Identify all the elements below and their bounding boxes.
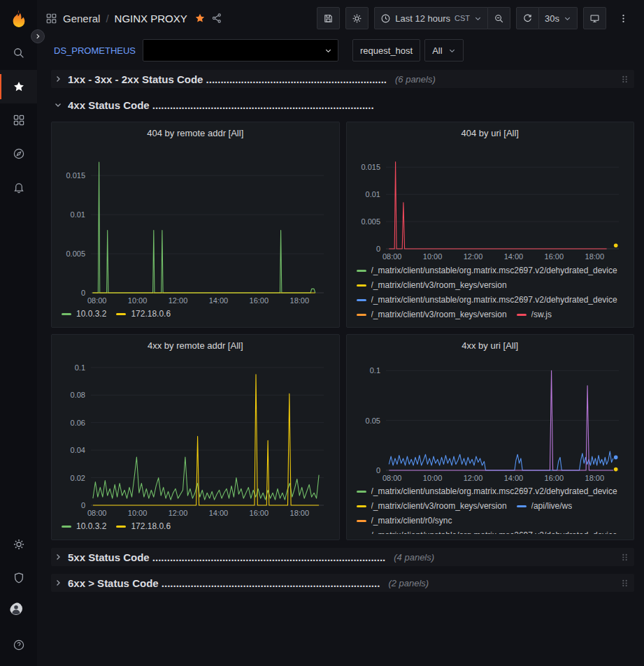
legend-item[interactable]: /_matrix/client/unstable/org.matrix.msc2… — [357, 263, 617, 278]
legend-item[interactable]: 10.0.3.2 — [62, 307, 106, 321]
refresh-interval-picker[interactable]: 30s — [539, 7, 578, 29]
row-chevron — [54, 101, 62, 109]
panel-title[interactable]: 4xx by remote addr [All] — [59, 339, 332, 354]
svg-text:0.1: 0.1 — [75, 363, 85, 372]
svg-text:10:00: 10:00 — [422, 252, 442, 261]
row-drag-handle-icon[interactable] — [621, 75, 629, 84]
panel-title[interactable]: 4xx by uri [All] — [354, 339, 627, 354]
sidebar-item-server-admin[interactable] — [0, 561, 37, 595]
row-header-4xx[interactable]: 4xx Status Code ........................… — [51, 96, 634, 114]
legend-item[interactable]: /_matrix/client/unstable/org.matrix.msc2… — [357, 484, 617, 499]
legend-item[interactable]: /api/live/ws — [517, 499, 573, 514]
main-area: General / NGINX PROXY — [37, 0, 644, 666]
chart-area[interactable]: 00.050.108:0010:0012:0014:0016:0018:00 — [354, 354, 627, 483]
legend-item[interactable]: 10.0.3.2 — [62, 519, 106, 534]
breadcrumb-title[interactable]: NGINX PROXY — [115, 13, 187, 24]
legend-item[interactable]: /_matrix/client/r0/sync — [357, 514, 452, 528]
svg-text:0: 0 — [375, 466, 380, 475]
legend-item[interactable]: /_matrix/client/v3/room_keys/version — [357, 278, 507, 293]
sidebar-item-dashboards[interactable] — [0, 103, 37, 137]
favorite-star-icon[interactable] — [194, 13, 206, 24]
sidebar-item-explore[interactable] — [0, 137, 37, 171]
legend-swatch — [116, 313, 126, 315]
sidebar-item-search[interactable] — [0, 36, 37, 70]
more-options-button[interactable] — [612, 7, 634, 29]
sidebar-item-alerting[interactable] — [0, 171, 37, 204]
svg-text:14:00: 14:00 — [503, 474, 523, 482]
sidebar-expand-button[interactable] — [31, 29, 45, 43]
svg-text:18:00: 18:00 — [585, 474, 604, 482]
panel-legend: 10.0.3.2172.18.0.6 — [59, 518, 332, 534]
svg-text:0.1: 0.1 — [369, 366, 380, 375]
refresh-icon — [522, 13, 533, 24]
legend-label: /api/live/ws — [531, 499, 573, 514]
chevron-down-icon — [564, 15, 571, 22]
chevron-down-icon — [474, 15, 482, 22]
time-zone-label: CST — [455, 14, 470, 22]
sidebar-item-help[interactable] — [0, 628, 37, 662]
svg-text:0: 0 — [375, 245, 380, 253]
svg-text:08:00: 08:00 — [382, 252, 401, 261]
legend-label: /_matrix/client/r0/sync — [371, 514, 452, 528]
svg-text:16:00: 16:00 — [544, 252, 564, 261]
legend-swatch — [357, 299, 366, 301]
legend-item[interactable]: /sw.js — [517, 307, 552, 321]
legend-item[interactable]: /_matrix/client/unstable/org.matrix.msc2… — [357, 293, 617, 307]
legend-label: /_matrix/client/unstable/org.matrix.msc2… — [371, 293, 617, 307]
chart-svg: 00.020.040.060.080.108:0010:0012:0014:00… — [59, 354, 332, 518]
legend-item[interactable]: 172.18.0.6 — [116, 519, 171, 534]
legend-label: /_matrix/client/v3/room_keys/version — [371, 307, 507, 321]
legend-item[interactable]: /_matrix/client/v3/room_keys/version — [357, 499, 507, 514]
bell-icon — [13, 181, 25, 194]
submenu: DS_PROMETHEUS request_host All — [37, 36, 644, 64]
sidebar — [0, 0, 37, 666]
panel-4xx-by-uri: 4xx by uri [All]00.050.108:0010:0012:001… — [346, 334, 635, 540]
legend-label: /_matrix/client/unstable/org.matrix.msc2… — [371, 528, 617, 534]
chart-area[interactable]: 00.0050.010.01508:0010:0012:0014:0016:00… — [59, 141, 332, 305]
dashboard-settings-button[interactable] — [345, 7, 368, 29]
chart-area[interactable]: 00.020.040.060.080.108:0010:0012:0014:00… — [59, 354, 332, 518]
chart-area[interactable]: 00.0050.010.01508:0010:0012:0014:0016:00… — [354, 141, 627, 262]
svg-text:12:00: 12:00 — [169, 509, 188, 517]
avatar — [10, 602, 28, 621]
breadcrumb-section[interactable]: General — [63, 13, 100, 24]
panel-title[interactable]: 404 by uri [All] — [354, 126, 627, 141]
chevron-down-icon — [448, 47, 456, 55]
svg-text:14:00: 14:00 — [503, 252, 523, 261]
panel-title[interactable]: 404 by remote addr [All] — [59, 126, 332, 141]
share-icon[interactable] — [211, 13, 222, 24]
request-host-select[interactable]: All — [424, 39, 463, 61]
clock-icon — [380, 13, 391, 24]
svg-text:0.005: 0.005 — [66, 249, 85, 258]
time-range-picker[interactable]: Last 12 hours CST — [374, 7, 488, 29]
legend-item[interactable]: /_matrix/client/v3/room_keys/version — [357, 307, 507, 321]
svg-text:0: 0 — [81, 289, 85, 297]
save-dashboard-button[interactable] — [317, 7, 340, 29]
svg-text:10:00: 10:00 — [128, 509, 148, 517]
legend-label: /sw.js — [531, 307, 552, 321]
datasource-select[interactable] — [143, 39, 338, 61]
zoom-out-button[interactable] — [488, 7, 510, 29]
help-circle-icon — [13, 639, 25, 651]
svg-text:18:00: 18:00 — [585, 252, 604, 261]
svg-text:0.01: 0.01 — [71, 210, 85, 219]
legend-item[interactable]: 172.18.0.6 — [116, 307, 171, 321]
sidebar-item-configuration[interactable] — [0, 528, 37, 561]
row-drag-handle-icon[interactable] — [621, 553, 629, 562]
legend-swatch — [357, 284, 366, 287]
sidebar-item-starred[interactable] — [0, 70, 37, 103]
cycle-view-button[interactable] — [583, 7, 606, 29]
panel-legend: /_matrix/client/unstable/org.matrix.msc2… — [354, 483, 627, 534]
legend-item[interactable]: /_matrix/client/unstable/org.matrix.msc2… — [357, 528, 617, 534]
refresh-button[interactable] — [516, 7, 539, 29]
svg-text:10:00: 10:00 — [128, 296, 148, 305]
row-header-5xx[interactable]: 5xx Status Code ........................… — [51, 548, 634, 566]
row-header-1xx-3xx-2xx[interactable]: 1xx - 3xx - 2xx Status Code ............… — [51, 70, 634, 88]
svg-text:0: 0 — [81, 501, 85, 509]
panel-legend: 10.0.3.2172.18.0.6 — [59, 305, 332, 321]
sidebar-item-profile[interactable] — [0, 595, 37, 628]
svg-text:0.015: 0.015 — [66, 171, 85, 180]
row-header-6xx[interactable]: 6xx > Status Code ......................… — [51, 574, 634, 592]
request-host-label: request_host — [352, 39, 420, 61]
row-drag-handle-icon[interactable] — [621, 579, 629, 588]
